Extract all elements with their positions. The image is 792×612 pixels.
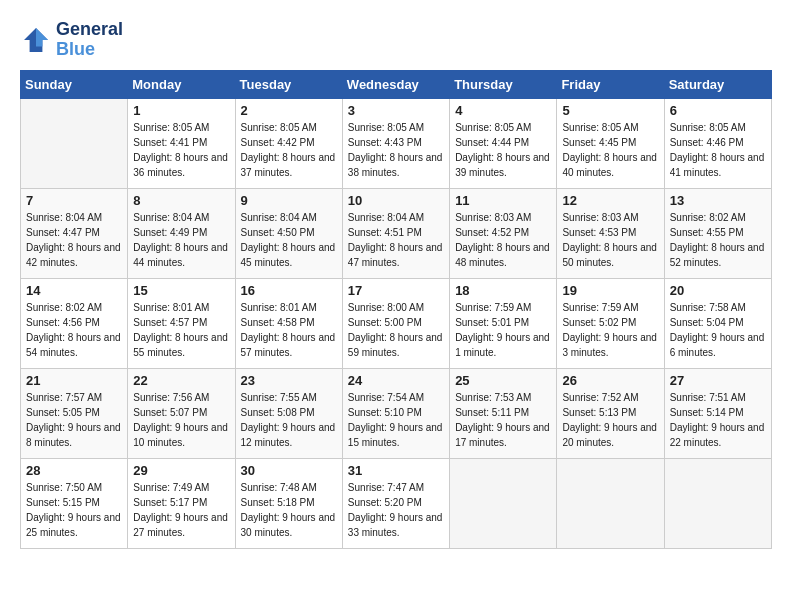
sunset-label: Sunset: 5:14 PM — [670, 407, 744, 418]
day-number: 19 — [562, 283, 658, 298]
daylight-label: Daylight: 8 hours and 48 minutes. — [455, 242, 550, 268]
daylight-label: Daylight: 9 hours and 6 minutes. — [670, 332, 765, 358]
day-number: 25 — [455, 373, 551, 388]
day-number: 6 — [670, 103, 766, 118]
weekday-header: Saturday — [664, 70, 771, 98]
day-number: 5 — [562, 103, 658, 118]
daylight-label: Daylight: 9 hours and 1 minute. — [455, 332, 550, 358]
sunset-label: Sunset: 4:44 PM — [455, 137, 529, 148]
sunrise-label: Sunrise: 7:47 AM — [348, 482, 424, 493]
calendar-cell: 12 Sunrise: 8:03 AM Sunset: 4:53 PM Dayl… — [557, 188, 664, 278]
sunrise-label: Sunrise: 8:03 AM — [455, 212, 531, 223]
sunrise-label: Sunrise: 8:05 AM — [670, 122, 746, 133]
sunrise-label: Sunrise: 8:02 AM — [26, 302, 102, 313]
day-number: 22 — [133, 373, 229, 388]
calendar-row: 28 Sunrise: 7:50 AM Sunset: 5:15 PM Dayl… — [21, 458, 772, 548]
daylight-label: Daylight: 9 hours and 3 minutes. — [562, 332, 657, 358]
day-info: Sunrise: 8:04 AM Sunset: 4:50 PM Dayligh… — [241, 210, 337, 270]
calendar-cell: 13 Sunrise: 8:02 AM Sunset: 4:55 PM Dayl… — [664, 188, 771, 278]
calendar-cell: 26 Sunrise: 7:52 AM Sunset: 5:13 PM Dayl… — [557, 368, 664, 458]
page-header: General Blue — [20, 20, 772, 60]
weekday-header: Monday — [128, 70, 235, 98]
day-info: Sunrise: 8:04 AM Sunset: 4:49 PM Dayligh… — [133, 210, 229, 270]
sunrise-label: Sunrise: 7:52 AM — [562, 392, 638, 403]
day-number: 24 — [348, 373, 444, 388]
day-number: 31 — [348, 463, 444, 478]
day-number: 8 — [133, 193, 229, 208]
daylight-label: Daylight: 8 hours and 50 minutes. — [562, 242, 657, 268]
daylight-label: Daylight: 8 hours and 59 minutes. — [348, 332, 443, 358]
day-info: Sunrise: 8:05 AM Sunset: 4:42 PM Dayligh… — [241, 120, 337, 180]
sunset-label: Sunset: 5:05 PM — [26, 407, 100, 418]
sunset-label: Sunset: 4:50 PM — [241, 227, 315, 238]
sunset-label: Sunset: 4:52 PM — [455, 227, 529, 238]
sunset-label: Sunset: 5:17 PM — [133, 497, 207, 508]
day-number: 10 — [348, 193, 444, 208]
sunrise-label: Sunrise: 8:05 AM — [348, 122, 424, 133]
sunset-label: Sunset: 4:53 PM — [562, 227, 636, 238]
calendar-cell: 27 Sunrise: 7:51 AM Sunset: 5:14 PM Dayl… — [664, 368, 771, 458]
calendar-cell: 21 Sunrise: 7:57 AM Sunset: 5:05 PM Dayl… — [21, 368, 128, 458]
calendar-table: SundayMondayTuesdayWednesdayThursdayFrid… — [20, 70, 772, 549]
daylight-label: Daylight: 8 hours and 44 minutes. — [133, 242, 228, 268]
daylight-label: Daylight: 8 hours and 52 minutes. — [670, 242, 765, 268]
calendar-cell: 7 Sunrise: 8:04 AM Sunset: 4:47 PM Dayli… — [21, 188, 128, 278]
daylight-label: Daylight: 9 hours and 15 minutes. — [348, 422, 443, 448]
day-info: Sunrise: 7:54 AM Sunset: 5:10 PM Dayligh… — [348, 390, 444, 450]
day-number: 9 — [241, 193, 337, 208]
sunrise-label: Sunrise: 7:59 AM — [562, 302, 638, 313]
day-info: Sunrise: 8:05 AM Sunset: 4:44 PM Dayligh… — [455, 120, 551, 180]
daylight-label: Daylight: 9 hours and 17 minutes. — [455, 422, 550, 448]
sunrise-label: Sunrise: 8:04 AM — [26, 212, 102, 223]
sunrise-label: Sunrise: 7:57 AM — [26, 392, 102, 403]
sunset-label: Sunset: 4:43 PM — [348, 137, 422, 148]
daylight-label: Daylight: 8 hours and 39 minutes. — [455, 152, 550, 178]
day-number: 13 — [670, 193, 766, 208]
daylight-label: Daylight: 9 hours and 30 minutes. — [241, 512, 336, 538]
sunset-label: Sunset: 5:00 PM — [348, 317, 422, 328]
sunset-label: Sunset: 5:11 PM — [455, 407, 529, 418]
day-info: Sunrise: 7:53 AM Sunset: 5:11 PM Dayligh… — [455, 390, 551, 450]
daylight-label: Daylight: 8 hours and 54 minutes. — [26, 332, 121, 358]
day-info: Sunrise: 7:47 AM Sunset: 5:20 PM Dayligh… — [348, 480, 444, 540]
day-info: Sunrise: 8:05 AM Sunset: 4:41 PM Dayligh… — [133, 120, 229, 180]
sunset-label: Sunset: 5:04 PM — [670, 317, 744, 328]
sunrise-label: Sunrise: 7:54 AM — [348, 392, 424, 403]
calendar-cell — [450, 458, 557, 548]
daylight-label: Daylight: 8 hours and 41 minutes. — [670, 152, 765, 178]
sunset-label: Sunset: 4:49 PM — [133, 227, 207, 238]
day-info: Sunrise: 7:59 AM Sunset: 5:01 PM Dayligh… — [455, 300, 551, 360]
day-number: 29 — [133, 463, 229, 478]
daylight-label: Daylight: 9 hours and 25 minutes. — [26, 512, 121, 538]
day-number: 21 — [26, 373, 122, 388]
calendar-cell: 11 Sunrise: 8:03 AM Sunset: 4:52 PM Dayl… — [450, 188, 557, 278]
day-number: 28 — [26, 463, 122, 478]
day-number: 17 — [348, 283, 444, 298]
weekday-header: Sunday — [21, 70, 128, 98]
daylight-label: Daylight: 8 hours and 55 minutes. — [133, 332, 228, 358]
weekday-header: Thursday — [450, 70, 557, 98]
sunrise-label: Sunrise: 8:04 AM — [133, 212, 209, 223]
calendar-cell: 15 Sunrise: 8:01 AM Sunset: 4:57 PM Dayl… — [128, 278, 235, 368]
calendar-cell: 2 Sunrise: 8:05 AM Sunset: 4:42 PM Dayli… — [235, 98, 342, 188]
calendar-cell: 3 Sunrise: 8:05 AM Sunset: 4:43 PM Dayli… — [342, 98, 449, 188]
day-number: 1 — [133, 103, 229, 118]
day-info: Sunrise: 7:56 AM Sunset: 5:07 PM Dayligh… — [133, 390, 229, 450]
sunrise-label: Sunrise: 8:05 AM — [455, 122, 531, 133]
daylight-label: Daylight: 9 hours and 33 minutes. — [348, 512, 443, 538]
calendar-cell: 4 Sunrise: 8:05 AM Sunset: 4:44 PM Dayli… — [450, 98, 557, 188]
logo: General Blue — [20, 20, 123, 60]
header-row: SundayMondayTuesdayWednesdayThursdayFrid… — [21, 70, 772, 98]
day-info: Sunrise: 8:05 AM Sunset: 4:46 PM Dayligh… — [670, 120, 766, 180]
day-number: 14 — [26, 283, 122, 298]
day-info: Sunrise: 7:58 AM Sunset: 5:04 PM Dayligh… — [670, 300, 766, 360]
day-info: Sunrise: 7:48 AM Sunset: 5:18 PM Dayligh… — [241, 480, 337, 540]
calendar-cell: 19 Sunrise: 7:59 AM Sunset: 5:02 PM Dayl… — [557, 278, 664, 368]
daylight-label: Daylight: 8 hours and 38 minutes. — [348, 152, 443, 178]
calendar-cell — [557, 458, 664, 548]
calendar-cell: 1 Sunrise: 8:05 AM Sunset: 4:41 PM Dayli… — [128, 98, 235, 188]
day-info: Sunrise: 7:59 AM Sunset: 5:02 PM Dayligh… — [562, 300, 658, 360]
calendar-cell — [664, 458, 771, 548]
day-number: 26 — [562, 373, 658, 388]
sunrise-label: Sunrise: 8:05 AM — [133, 122, 209, 133]
